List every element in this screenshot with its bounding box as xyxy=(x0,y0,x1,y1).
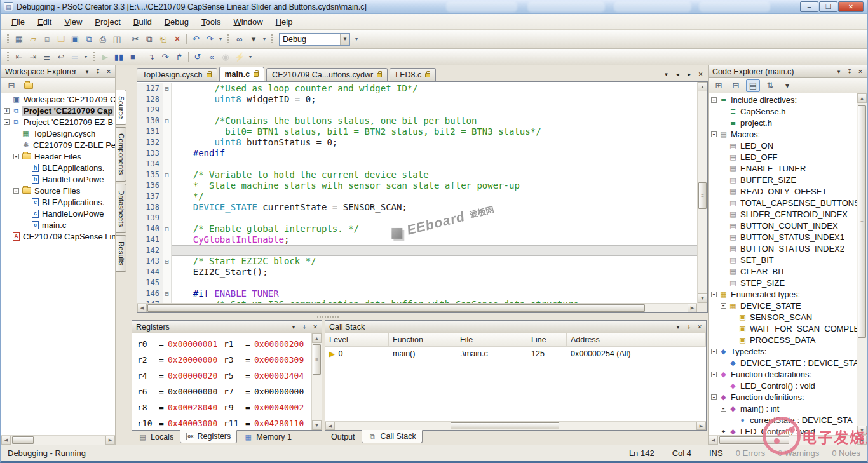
sort-dropdown-icon[interactable]: ▾ xyxy=(780,79,794,92)
registers-vertical-scrollbar[interactable]: ▲ ≡ ▼ xyxy=(311,333,322,430)
watch-tab-locals[interactable]: ▤Locals xyxy=(132,431,180,444)
code-explorer-item-capsense-h[interactable]: ≣CapSense.h xyxy=(709,105,857,117)
collapse-toggle-icon[interactable]: - xyxy=(721,406,726,412)
close-icon[interactable]: ✕ xyxy=(311,323,320,332)
editor-tab-ce210709-ca-uttons-cydwr[interactable]: CE210709 Ca...uttons.cydwr xyxy=(266,68,388,81)
scroll-left-button[interactable]: ◀ xyxy=(137,304,147,312)
scroll-track[interactable]: ≡ xyxy=(857,103,867,426)
workspace-item-source-files[interactable]: -Source Files xyxy=(1,185,115,196)
menu-tools[interactable]: Tools xyxy=(195,15,227,29)
code-explorer-item-clear-bit[interactable]: ▤CLEAR_BIT xyxy=(709,265,857,277)
scroll-track[interactable] xyxy=(147,304,688,312)
breakpoints-icon[interactable]: ◉ xyxy=(219,51,233,64)
fold-marker-icon[interactable]: ⊟ xyxy=(163,288,172,299)
register-r4[interactable]: r4=0x00000020 xyxy=(137,371,224,380)
code-line-139[interactable]: 139 xyxy=(137,213,697,224)
scroll-thumb[interactable]: ≡ xyxy=(858,105,866,338)
scroll-down-button[interactable]: ▼ xyxy=(312,420,322,430)
toolbar-overflow-icon[interactable]: ▾ xyxy=(261,36,268,42)
code-explorer-item-led-off[interactable]: ▤LED_OFF xyxy=(709,151,857,163)
code-line-132[interactable]: 132uint8 buttonStatus = 0; xyxy=(137,137,697,148)
code-explorer-item-enumerated-types[interactable]: -▦Enumerated types: xyxy=(709,288,857,300)
close-button[interactable]: ✕ xyxy=(838,1,864,12)
toolbar-grip[interactable] xyxy=(7,52,9,62)
register-r5[interactable]: r5=0x00003404 xyxy=(224,371,310,380)
fold-marker-icon[interactable]: ⊟ xyxy=(163,170,172,180)
show-folders-icon[interactable] xyxy=(22,79,36,92)
halt-icon[interactable]: ⚡ xyxy=(233,51,247,64)
expand-all-icon[interactable]: ⊞ xyxy=(712,79,726,92)
code-editor[interactable]: 127⊟/*Used as loop counter and widget ID… xyxy=(137,81,708,313)
code-explorer-item-buffer-size[interactable]: ▤BUFFER_SIZE xyxy=(709,174,857,185)
pin-icon[interactable]: ↧ xyxy=(845,67,854,76)
collapse-all-icon[interactable]: ⊟ xyxy=(729,79,743,92)
expand-toggle-icon[interactable]: + xyxy=(4,108,10,114)
code-explorer-item-macros[interactable]: -▤Macros: xyxy=(709,128,857,140)
code-explorer-item-function-declarations[interactable]: -◆Function declarations: xyxy=(709,368,857,380)
menu-help[interactable]: Help xyxy=(269,15,299,29)
fold-marker-icon[interactable]: ⊟ xyxy=(163,224,172,234)
toolbar-overflow-icon[interactable]: ▾ xyxy=(217,36,224,42)
splitter-grip[interactable] xyxy=(317,316,340,318)
code-explorer-item-wait-for-scan-comple[interactable]: ▣WAIT_FOR_SCAN_COMPLE xyxy=(709,323,857,334)
scroll-tabs-right-icon[interactable]: ▸ xyxy=(684,69,694,79)
format-code-icon[interactable]: ≣ xyxy=(40,51,54,64)
stop-debugging-icon[interactable]: ■ xyxy=(126,51,140,64)
editor-tab-main-c[interactable]: main.c xyxy=(219,67,265,81)
code-line-131[interactable]: 131bit0= BTN1 status, bit1 = BTN2 status… xyxy=(137,126,697,137)
scroll-thumb[interactable] xyxy=(719,436,789,444)
code-explorer-item-set-bit[interactable]: ▤SET_BIT xyxy=(709,254,857,265)
workspace-item-bleapplications[interactable]: hBLEApplications. xyxy=(1,162,115,173)
horizontal-splitter[interactable] xyxy=(126,313,708,320)
workspace-item-main-c[interactable]: cmain.c xyxy=(1,219,115,231)
code-explorer-item-total-capsense-buttons[interactable]: ▤TOTAL_CAPSENSE_BUTTONS xyxy=(709,197,857,208)
close-icon[interactable]: ✕ xyxy=(856,67,865,76)
scroll-down-button[interactable]: ▼ xyxy=(698,293,707,303)
collapse-all-icon[interactable]: ⊟ xyxy=(4,79,18,92)
scroll-thumb[interactable] xyxy=(451,422,559,429)
code-line-130[interactable]: 130⊟/*Contains the buttons status, one b… xyxy=(137,116,697,126)
code-explorer-item-function-definitions[interactable]: -◆Function definitions: xyxy=(709,391,857,403)
collapse-toggle-icon[interactable]: - xyxy=(13,154,19,159)
code-line-137[interactable]: 137*/ xyxy=(137,191,697,202)
code-line-136[interactable]: 136* State machine starts with sensor sc… xyxy=(137,180,697,191)
callstack-row[interactable]: ▶0main().\main.c1250x00000254 (All) xyxy=(325,347,706,361)
call-stack-horizontal-scrollbar[interactable]: ◀ ▶ xyxy=(325,421,706,430)
restore-button[interactable]: ❐ xyxy=(819,1,837,12)
register-r6[interactable]: r6=0x00000000 xyxy=(137,387,224,396)
code-explorer-item-step-size[interactable]: ▤STEP_SIZE xyxy=(709,277,857,288)
code-explorer-vertical-scrollbar[interactable]: ▲ ≡ ▼ xyxy=(857,93,867,435)
register-r7[interactable]: r7=0x00000000 xyxy=(224,387,310,396)
print-icon[interactable]: ⎙ xyxy=(96,33,110,46)
configuration-combo[interactable]: Debug ▼ xyxy=(279,33,350,46)
sort-icon[interactable]: ⇅ xyxy=(763,79,777,92)
pin-icon[interactable]: ↧ xyxy=(684,323,693,332)
save-icon[interactable]: ▣ xyxy=(68,33,82,46)
editor-tab-topdesign-cysch[interactable]: TopDesign.cysch xyxy=(137,68,217,81)
scroll-thumb[interactable]: ≡ xyxy=(313,344,321,375)
collapse-toggle-icon[interactable]: - xyxy=(711,349,717,354)
code-line-144[interactable]: 144EZI2C_Start(); xyxy=(137,267,697,278)
minimize-button[interactable]: – xyxy=(800,1,818,12)
pin-icon[interactable]: ↧ xyxy=(300,323,309,332)
output-tab-call-stack[interactable]: ⧉Call Stack xyxy=(362,430,423,443)
panel-menu-icon[interactable]: ▾ xyxy=(834,67,843,76)
find-dropdown-icon[interactable]: ▾ xyxy=(247,33,261,46)
code-line-129[interactable]: 129 xyxy=(137,105,697,116)
collapse-toggle-icon[interactable]: - xyxy=(711,372,717,377)
code-explorer-item-typedefs[interactable]: -◆Typedefs: xyxy=(709,346,857,357)
debug-run-icon[interactable]: ▶ xyxy=(98,51,112,64)
copy-to-project-icon[interactable]: ⧈ xyxy=(40,33,54,46)
code-explorer-item-main-int[interactable]: -◆main() : int xyxy=(709,403,857,414)
panel-menu-icon[interactable]: ▾ xyxy=(674,323,682,332)
expand-toggle-icon[interactable]: + xyxy=(721,429,726,434)
scroll-track[interactable]: ≡ xyxy=(698,91,707,293)
reset-icon[interactable]: ↺ xyxy=(191,51,205,64)
workspace-item-handlelowpowe[interactable]: hHandleLowPowe xyxy=(1,173,115,185)
step-over-icon[interactable]: ↷ xyxy=(158,51,172,64)
rewind-icon[interactable]: « xyxy=(205,51,219,64)
collapse-toggle-icon[interactable]: - xyxy=(13,188,19,194)
side-tab-results[interactable]: Results xyxy=(116,235,126,272)
scroll-track[interactable] xyxy=(718,436,857,445)
callstack-column-address[interactable]: Address xyxy=(567,333,706,346)
